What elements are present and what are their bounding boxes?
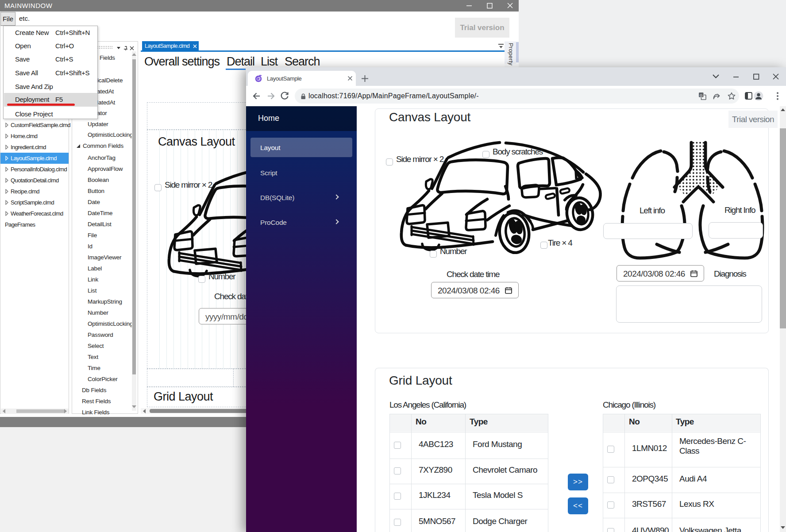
svg-text:G: G bbox=[700, 93, 702, 97]
